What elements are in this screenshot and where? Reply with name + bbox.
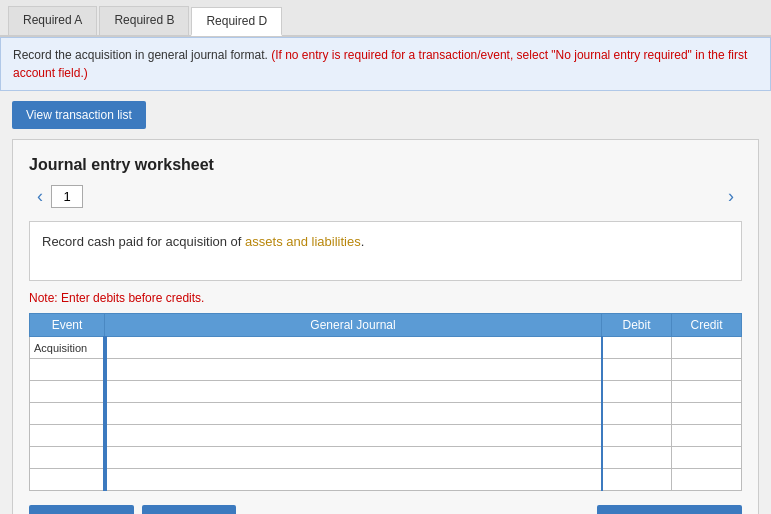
credit-input[interactable] [676, 341, 737, 355]
debit-cell[interactable] [602, 337, 672, 359]
journal-input[interactable] [111, 341, 597, 355]
left-button-group: Record entry Clear entry [29, 505, 236, 514]
tab-required-d[interactable]: Required D [191, 7, 282, 36]
next-page-button[interactable]: › [720, 184, 742, 209]
journal-input[interactable] [111, 451, 597, 465]
debit-input[interactable] [607, 407, 668, 421]
right-arrow-container: › [83, 184, 742, 209]
debit-input[interactable] [607, 451, 668, 465]
col-header-journal: General Journal [105, 314, 602, 337]
debit-cell[interactable] [602, 469, 672, 491]
credit-input[interactable] [676, 451, 737, 465]
table-row [30, 469, 742, 491]
debit-cell[interactable] [602, 381, 672, 403]
credit-input[interactable] [676, 385, 737, 399]
event-cell [30, 359, 105, 381]
journal-cell[interactable] [105, 403, 602, 425]
credit-cell[interactable] [672, 447, 742, 469]
credit-cell[interactable] [672, 425, 742, 447]
journal-input[interactable] [111, 385, 597, 399]
tabs-bar: Required A Required B Required D [0, 0, 771, 37]
col-header-event: Event [30, 314, 105, 337]
prev-page-button[interactable]: ‹ [29, 184, 51, 209]
info-bar: Record the acquisition in general journa… [0, 37, 771, 91]
bottom-buttons: Record entry Clear entry View general jo… [29, 505, 742, 514]
debit-input[interactable] [607, 385, 668, 399]
journal-input[interactable] [111, 363, 597, 377]
debit-cell[interactable] [602, 359, 672, 381]
description-box: Record cash paid for acquisition of asse… [29, 221, 742, 281]
view-general-journal-button[interactable]: View general journal [597, 505, 742, 514]
debit-cell[interactable] [602, 425, 672, 447]
col-header-debit: Debit [602, 314, 672, 337]
journal-table: Event General Journal Debit Credit Acqui… [29, 313, 742, 491]
note-text: Note: Enter debits before credits. [29, 291, 742, 305]
table-row [30, 381, 742, 403]
event-cell: Acquisition [30, 337, 105, 359]
journal-cell[interactable] [105, 381, 602, 403]
credit-cell[interactable] [672, 403, 742, 425]
journal-input[interactable] [111, 407, 597, 421]
credit-input[interactable] [676, 429, 737, 443]
debit-input[interactable] [607, 341, 668, 355]
credit-cell[interactable] [672, 337, 742, 359]
debit-cell[interactable] [602, 447, 672, 469]
journal-cell[interactable] [105, 447, 602, 469]
debit-input[interactable] [607, 473, 668, 487]
worksheet-title: Journal entry worksheet [29, 156, 742, 174]
tab-required-b[interactable]: Required B [99, 6, 189, 35]
event-cell [30, 469, 105, 491]
journal-cell[interactable] [105, 425, 602, 447]
journal-cell[interactable] [105, 469, 602, 491]
pagination-row: ‹ 1 › [29, 184, 742, 209]
event-cell [30, 403, 105, 425]
journal-cell[interactable] [105, 337, 602, 359]
debit-input[interactable] [607, 363, 668, 377]
credit-cell[interactable] [672, 381, 742, 403]
credit-cell[interactable] [672, 359, 742, 381]
debit-input[interactable] [607, 429, 668, 443]
clear-entry-button[interactable]: Clear entry [142, 505, 237, 514]
event-cell [30, 381, 105, 403]
col-header-credit: Credit [672, 314, 742, 337]
description-text: Record cash paid for acquisition of asse… [42, 234, 364, 249]
credit-input[interactable] [676, 363, 737, 377]
journal-cell[interactable] [105, 359, 602, 381]
table-row [30, 403, 742, 425]
info-main-text: Record the acquisition in general journa… [13, 48, 268, 62]
description-highlight: assets and liabilities [245, 234, 361, 249]
table-row [30, 425, 742, 447]
table-row [30, 447, 742, 469]
debit-cell[interactable] [602, 403, 672, 425]
journal-input[interactable] [111, 473, 597, 487]
table-row: Acquisition [30, 337, 742, 359]
page-number: 1 [51, 185, 83, 208]
credit-input[interactable] [676, 473, 737, 487]
record-entry-button[interactable]: Record entry [29, 505, 134, 514]
table-row [30, 359, 742, 381]
worksheet-container: Journal entry worksheet ‹ 1 › Record cas… [12, 139, 759, 514]
event-cell [30, 425, 105, 447]
tab-required-a[interactable]: Required A [8, 6, 97, 35]
credit-cell[interactable] [672, 469, 742, 491]
journal-input[interactable] [111, 429, 597, 443]
event-cell [30, 447, 105, 469]
credit-input[interactable] [676, 407, 737, 421]
view-transaction-button[interactable]: View transaction list [12, 101, 146, 129]
